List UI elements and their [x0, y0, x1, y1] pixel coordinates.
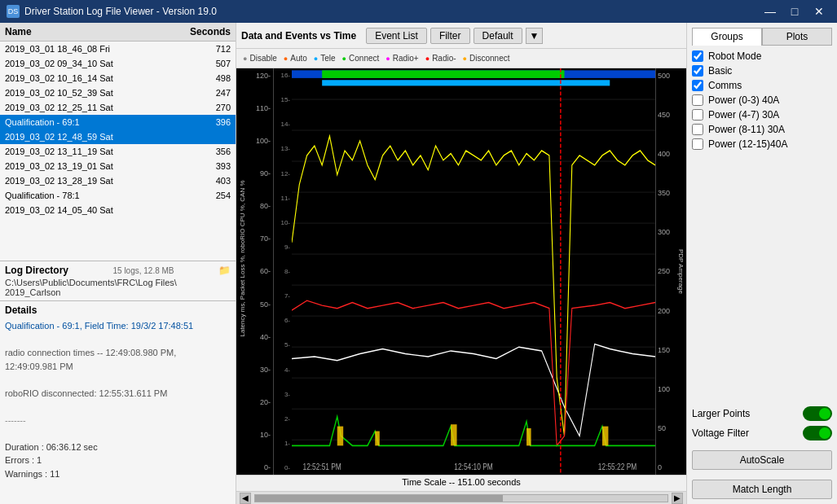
- file-row[interactable]: 2019_03_02 14_05_40 Sat: [0, 203, 236, 217]
- file-row-seconds: 498: [178, 72, 236, 84]
- toggle-label: Voltage Filter: [692, 427, 749, 439]
- checkbox-input[interactable]: [692, 109, 703, 121]
- file-row[interactable]: 2019_03_02 13_28_19 Sat403: [0, 173, 236, 188]
- checkbox-item[interactable]: Power (4-7) 30A: [692, 109, 832, 121]
- right-tick: 0: [656, 463, 675, 471]
- file-row-name: 2019_03_02 12_25_11 Sat: [0, 102, 178, 113]
- default-button[interactable]: Default: [474, 28, 522, 44]
- checkbox-input[interactable]: [692, 65, 703, 77]
- file-row[interactable]: 2019_03_02 13_19_01 Sat393: [0, 159, 236, 173]
- left-tick: 80-: [248, 202, 273, 210]
- toolbar: Data and Events vs Time Event List Filte…: [236, 23, 686, 49]
- legend-item: ●Connect: [342, 54, 380, 63]
- checkbox-input[interactable]: [692, 50, 703, 62]
- col-seconds-header: Seconds: [178, 23, 236, 41]
- checkbox-item[interactable]: Basic: [692, 65, 832, 77]
- secondary-tick: 3-: [274, 391, 292, 398]
- svg-rect-18: [526, 428, 531, 445]
- details-scroll[interactable]: Qualification - 69:1, Field Time: 19/3/2…: [5, 319, 231, 499]
- legend-dot: ●: [342, 55, 346, 63]
- secondary-tick: 0-: [274, 464, 292, 471]
- file-row-seconds: 356: [178, 146, 236, 157]
- checkbox-label: Power (4-7) 30A: [708, 109, 779, 121]
- scroll-thumb[interactable]: [255, 495, 503, 502]
- scroll-left-button[interactable]: ◀: [240, 493, 251, 504]
- folder-icon[interactable]: 📁: [218, 265, 231, 276]
- file-row-name: 2019_03_01 18_46_08 Fri: [0, 43, 178, 55]
- file-row[interactable]: 2019_03_02 10_16_14 Sat498: [0, 71, 236, 85]
- right-tick: 50: [656, 424, 675, 432]
- svg-rect-13: [322, 70, 564, 78]
- right-tick: 450: [656, 111, 675, 119]
- svg-rect-16: [375, 432, 380, 446]
- file-row-name: 2019_03_02 10_52_39 Sat: [0, 87, 178, 99]
- file-row[interactable]: 2019_03_02 13_11_19 Sat356: [0, 144, 236, 159]
- left-tick: 10-: [248, 431, 273, 439]
- toggle-row: Voltage Filter: [692, 426, 832, 440]
- match-length-button[interactable]: Match Length: [692, 480, 832, 499]
- file-row-name: 2019_03_02 14_05_40 Sat: [0, 204, 178, 216]
- checkbox-item[interactable]: Comms: [692, 80, 832, 91]
- checkbox-item[interactable]: Robot Mode: [692, 50, 832, 62]
- center-panel: Data and Events vs Time Event List Filte…: [236, 23, 686, 504]
- secondary-tick: 16-: [274, 72, 292, 79]
- svg-text:12:55:22 PM: 12:55:22 PM: [598, 462, 637, 471]
- col-name-header: Name: [0, 23, 178, 41]
- checkbox-input[interactable]: [692, 138, 703, 150]
- left-tick: 90-: [248, 169, 273, 177]
- legend-dot-tele: ●: [314, 55, 318, 63]
- legend-label: Tele: [320, 54, 335, 63]
- left-axis-ticks: 120-110-100-90-80-70-60-50-40-30-20-10-0…: [248, 68, 274, 475]
- right-tick: 500: [656, 72, 675, 80]
- toggle-knob: [819, 427, 830, 439]
- secondary-tick: 14-: [274, 121, 292, 128]
- right-tick: 350: [656, 189, 675, 197]
- file-row[interactable]: 2019_03_02 12_48_59 Sat: [0, 129, 236, 144]
- file-row-name: Qualification - 78:1: [0, 190, 178, 201]
- event-list-button[interactable]: Event List: [366, 28, 427, 44]
- secondary-tick: 10-: [274, 219, 292, 226]
- secondary-tick: 1-: [274, 440, 292, 447]
- chart-svg-container: 12:52:51 PM 12:54:10 PM 12:55:22 PM: [292, 68, 655, 475]
- file-row[interactable]: 2019_03_01 18_46_08 Fri712: [0, 42, 236, 56]
- minimize-button[interactable]: —: [759, 0, 782, 23]
- file-list-container: Name Seconds 2019_03_01 18_46_08 Fri7122…: [0, 23, 236, 261]
- checkbox-input[interactable]: [692, 94, 703, 106]
- file-list-scroll[interactable]: 2019_03_01 18_46_08 Fri7122019_03_02 09_…: [0, 42, 236, 261]
- toggle-switch[interactable]: [803, 406, 832, 421]
- file-row[interactable]: 2019_03_02 09_34_10 Sat507: [0, 56, 236, 71]
- svg-rect-17: [451, 424, 456, 445]
- file-row[interactable]: 2019_03_02 12_25_11 Sat270: [0, 100, 236, 115]
- checkbox-label: Power (0-3) 40A: [708, 94, 779, 106]
- scroll-track[interactable]: [254, 494, 668, 502]
- left-tick: 60-: [248, 267, 273, 275]
- file-row[interactable]: Qualification - 69:1396: [0, 115, 236, 129]
- legend-label: Radio-: [432, 54, 456, 63]
- secondary-tick: 5-: [274, 341, 292, 348]
- maximize-button[interactable]: □: [783, 0, 806, 23]
- left-tick: 30-: [248, 366, 273, 374]
- file-row-seconds: 393: [178, 160, 236, 172]
- autoscale-button[interactable]: AutoScale: [692, 450, 832, 470]
- checkbox-item[interactable]: Power (12-15)40A: [692, 138, 832, 150]
- file-row-seconds: 254: [178, 190, 236, 201]
- close-button[interactable]: ✕: [808, 0, 830, 23]
- right-tab-groups[interactable]: Groups: [692, 28, 762, 46]
- right-tick: 150: [656, 346, 675, 354]
- scrollbar[interactable]: ◀ ▶: [236, 491, 686, 504]
- scroll-right-button[interactable]: ▶: [672, 493, 683, 504]
- file-row[interactable]: 2019_03_02 10_52_39 Sat247: [0, 85, 236, 100]
- checkbox-item[interactable]: Power (8-11) 30A: [692, 124, 832, 135]
- toggle-switch[interactable]: [803, 426, 832, 440]
- checkbox-input[interactable]: [692, 124, 703, 135]
- svg-rect-14: [322, 80, 610, 85]
- toolbar-dropdown[interactable]: ▼: [526, 28, 544, 44]
- filter-button[interactable]: Filter: [430, 28, 470, 44]
- checkbox-item[interactable]: Power (0-3) 40A: [692, 94, 832, 106]
- file-row[interactable]: Qualification - 78:1254: [0, 188, 236, 203]
- right-tab-plots[interactable]: Plots: [762, 28, 832, 46]
- time-scale-bar: Time Scale -- 151.00 seconds: [236, 475, 686, 491]
- left-axis-label: Latency ms, Packet Loss %, roboRIO CPU %…: [239, 207, 246, 337]
- checkbox-input[interactable]: [692, 80, 703, 91]
- file-row-seconds: [178, 204, 236, 216]
